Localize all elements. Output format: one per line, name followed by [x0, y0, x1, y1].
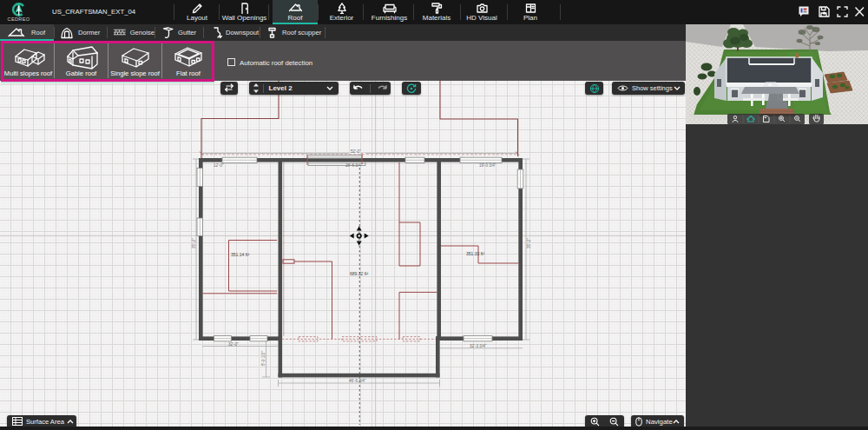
svg-text:689.32 ft²: 689.32 ft²	[350, 271, 368, 276]
svg-text:32'-3 3/4": 32'-3 3/4"	[470, 344, 487, 348]
svg-text:8'-9 1/2": 8'-9 1/2"	[261, 351, 266, 366]
svg-text:52'-0": 52'-0"	[351, 149, 361, 154]
svg-text:351.14 ft²: 351.14 ft²	[231, 252, 249, 257]
svg-text:28'-6 3/4": 28'-6 3/4"	[345, 163, 363, 168]
svg-text:32'-0": 32'-0"	[228, 342, 239, 347]
svg-text:351.33 ft²: 351.33 ft²	[466, 251, 484, 256]
svg-text:35'-2": 35'-2"	[192, 238, 196, 248]
svg-text:12'-0": 12'-0"	[214, 163, 224, 168]
svg-text:19'-0 3/4": 19'-0 3/4"	[479, 163, 496, 168]
svg-text:CEDREO: CEDREO	[8, 17, 30, 22]
svg-text:46'-6 3/4": 46'-6 3/4"	[349, 379, 366, 383]
svg-text:35'-2": 35'-2"	[527, 238, 531, 248]
